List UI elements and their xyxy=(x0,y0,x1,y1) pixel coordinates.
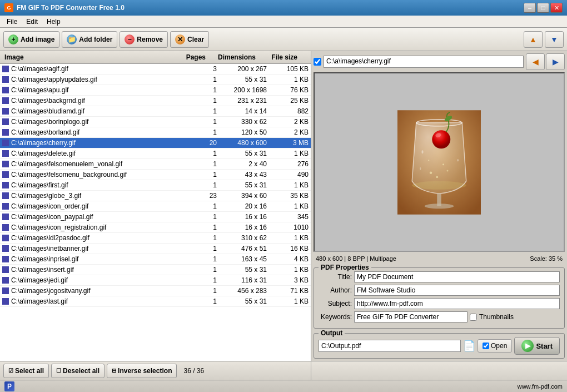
author-input[interactable] xyxy=(354,285,560,296)
table-row[interactable]: C:\a\images\agif.gif 3 200 x 267 105 KB xyxy=(0,64,311,75)
website-label: www.fm-pdf.com xyxy=(518,383,563,390)
remove-button[interactable]: − Remove xyxy=(120,31,168,48)
file-list-container[interactable]: C:\a\images\agif.gif 3 200 x 267 105 KB … xyxy=(0,64,311,361)
table-row[interactable]: C:\a\images\last.gif 1 55 x 31 1 KB xyxy=(0,296,311,307)
col-header-pages: Pages xyxy=(177,52,208,62)
file-icon xyxy=(2,97,9,104)
file-size: 1 KB xyxy=(269,202,311,211)
file-dimensions: 120 x 50 xyxy=(219,128,269,137)
table-row[interactable]: C:\a\images\globe_3.gif 23 394 x 60 35 K… xyxy=(0,191,311,201)
file-path: C:\a\images\globe_3.gif xyxy=(0,191,188,200)
file-icon xyxy=(2,214,9,220)
table-row[interactable]: C:\a\images\apu.gif 1 200 x 1698 76 KB xyxy=(0,85,311,96)
output-group: Output 📄 Open ▶ Start xyxy=(314,333,565,359)
arrow-down-icon xyxy=(550,34,558,44)
file-pages: 1 xyxy=(188,170,219,179)
file-path: C:\a\images\icon_order.gif xyxy=(0,202,188,211)
preview-next-button[interactable] xyxy=(546,53,565,70)
table-row[interactable]: C:\a\images\felsomenuelem_vonal.gif 1 2 … xyxy=(0,159,311,170)
deselect-all-button[interactable]: ☐ Deselect all xyxy=(51,364,105,378)
maximize-button[interactable]: □ xyxy=(537,3,549,13)
file-dimensions: 20 x 16 xyxy=(219,202,269,211)
file-dimensions: 231 x 231 xyxy=(219,96,269,105)
clear-button[interactable]: ✕ Clear xyxy=(170,31,209,48)
file-icon xyxy=(2,224,9,231)
preview-prev-button[interactable] xyxy=(526,53,545,70)
prop-subject-row: Subject: xyxy=(319,298,560,309)
table-row[interactable]: C:\a\images\borland.gif 1 120 x 50 2 KB xyxy=(0,127,311,138)
file-dimensions: 476 x 51 xyxy=(219,244,269,253)
status-bar: P www.fm-pdf.com xyxy=(0,380,567,392)
start-button[interactable]: ▶ Start xyxy=(514,337,560,355)
file-pages: 23 xyxy=(188,191,219,200)
main-area: Image Pages Dimensions File size C:\a\im… xyxy=(0,51,567,361)
file-list-header: Image Pages Dimensions File size xyxy=(0,51,311,64)
close-button[interactable]: ✕ xyxy=(550,3,563,13)
file-icon xyxy=(2,76,9,83)
file-pages: 1 xyxy=(188,86,219,95)
table-row[interactable]: C:\a\images\jogositvany.gif 1 456 x 283 … xyxy=(0,286,311,296)
svg-point-15 xyxy=(420,167,421,170)
open-checkbox[interactable] xyxy=(483,343,489,349)
table-row[interactable]: C:\a\images\first.gif 1 55 x 31 1 KB xyxy=(0,180,311,191)
table-row[interactable]: C:\a\images\insert.gif 1 55 x 31 1 KB xyxy=(0,265,311,275)
preview-checkbox[interactable] xyxy=(314,58,321,66)
table-row[interactable]: C:\a\images\inetbanner.gif 1 476 x 51 16… xyxy=(0,244,311,254)
menu-help[interactable]: Help xyxy=(42,17,65,27)
file-pages: 1 xyxy=(188,234,219,242)
table-row[interactable]: C:\a\images\bludiamd.gif 1 14 x 14 882 xyxy=(0,106,311,117)
move-down-button[interactable] xyxy=(545,31,564,48)
subject-input[interactable] xyxy=(354,298,560,309)
table-row[interactable]: C:\a\images\icon_paypal.gif 1 16 x 16 34… xyxy=(0,212,311,222)
table-row[interactable]: C:\a\images\delete.gif 1 55 x 31 1 KB xyxy=(0,148,311,159)
file-size: 1010 xyxy=(269,223,311,232)
table-row[interactable]: C:\a\images\applyupdates.gif 1 55 x 31 1… xyxy=(0,75,311,85)
file-size: 1 KB xyxy=(269,75,311,84)
file-pages: 1 xyxy=(188,96,219,105)
arrow-left-icon xyxy=(533,57,539,67)
table-row[interactable]: C:\a\images\inprisel.gif 1 163 x 45 4 KB xyxy=(0,254,311,265)
move-up-button[interactable] xyxy=(524,31,543,48)
file-size: 76 KB xyxy=(269,86,311,95)
table-row[interactable]: C:\a\images\borinplogo.gif 1 330 x 62 2 … xyxy=(0,117,311,127)
file-pages: 3 xyxy=(188,64,219,73)
arrow-up-icon xyxy=(529,34,537,44)
pdf-icon: 📄 xyxy=(463,340,475,352)
thumbnails-checkbox[interactable] xyxy=(470,314,477,321)
output-path-input[interactable] xyxy=(319,340,461,352)
keywords-input[interactable] xyxy=(354,311,467,322)
output-row: 📄 Open ▶ Start xyxy=(319,337,560,355)
file-icon xyxy=(2,118,9,125)
file-pages: 1 xyxy=(188,75,219,84)
remove-icon: − xyxy=(125,34,135,44)
svg-point-9 xyxy=(432,130,450,148)
file-icon xyxy=(2,256,9,262)
add-folder-button[interactable]: 📁 Add folder xyxy=(62,31,117,48)
file-dimensions: 55 x 31 xyxy=(219,181,269,190)
file-dimensions: 16 x 16 xyxy=(219,212,269,221)
add-image-button[interactable]: + Add image xyxy=(3,31,59,48)
table-row[interactable]: C:\a\images\felsomenu_background.gif 1 4… xyxy=(0,170,311,180)
table-row[interactable]: C:\a\images\jedi.gif 1 116 x 31 3 KB xyxy=(0,275,311,286)
menu-edit[interactable]: Edit xyxy=(22,17,42,27)
table-row[interactable]: C:\a\images\backgrnd.gif 1 231 x 231 25 … xyxy=(0,96,311,106)
file-icon xyxy=(2,66,9,72)
minimize-button[interactable]: – xyxy=(524,3,536,13)
table-row[interactable]: C:\a\images\icon_registration.gif 1 16 x… xyxy=(0,222,311,233)
p-logo: P xyxy=(4,381,14,391)
file-icon xyxy=(2,140,9,146)
menu-file[interactable]: File xyxy=(2,17,22,27)
inverse-selection-button[interactable]: ⊟ Inverse selection xyxy=(107,364,177,378)
file-dimensions: 310 x 62 xyxy=(219,234,269,242)
file-pages: 1 xyxy=(188,265,219,274)
open-button[interactable]: Open xyxy=(478,339,512,353)
col-header-image: Image xyxy=(2,52,177,62)
select-all-button[interactable]: ☑ Select all xyxy=(3,364,49,378)
table-row[interactable]: C:\a\images\icon_order.gif 1 20 x 16 1 K… xyxy=(0,201,311,212)
title-bar: G FM GIF To PDF Converter Free 1.0 – □ ✕ xyxy=(0,0,567,16)
file-pages: 1 xyxy=(188,244,219,253)
file-pages: 1 xyxy=(188,297,219,306)
table-row[interactable]: C:\a\images\cherry.gif 20 480 x 600 3 MB xyxy=(0,138,311,148)
title-input[interactable] xyxy=(354,271,560,282)
table-row[interactable]: C:\a\images\idl2pasdoc.gif 1 310 x 62 1 … xyxy=(0,233,311,244)
